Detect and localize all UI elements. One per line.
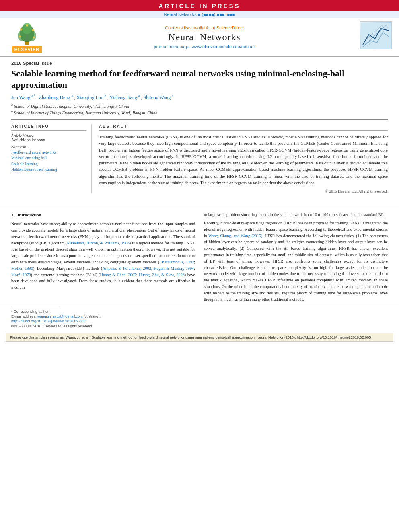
ref-ampazis[interactable]: Ampazis & Perantonis, 2002 bbox=[102, 266, 151, 271]
text-on: On bbox=[222, 284, 226, 289]
author-super-a1: a,* bbox=[31, 94, 35, 98]
footnote-corresponding-text: * Corresponding author. bbox=[11, 310, 49, 314]
left-column: 1. Introduction Neural networks have str… bbox=[11, 212, 195, 304]
abstract-header: ABSTRACT bbox=[99, 124, 388, 131]
journal-url-label: journal homepage: bbox=[154, 44, 191, 49]
journal-header: ELSEVIER Contents lists available at Sci… bbox=[0, 18, 399, 57]
article-title: Scalable learning method for feedforward… bbox=[11, 68, 388, 90]
aip-banner: ARTICLE IN PRESS bbox=[0, 0, 399, 11]
section-title: Introduction bbox=[17, 212, 41, 217]
footnote-email-link[interactable]: wangjun_sytu@hotmail.com bbox=[37, 314, 83, 318]
ref-rumelhart[interactable]: Rumelhart, Hinton, & Williams, 1986 bbox=[67, 241, 130, 245]
ref-moller[interactable]: Möller, 1990 bbox=[11, 266, 33, 271]
sciencedirect-link: Contents lists available at ScienceDirec… bbox=[165, 25, 244, 30]
author-super-a4: a bbox=[172, 94, 173, 98]
footnote-issn: 0893-6080/© 2016 Elsevier Ltd. All right… bbox=[11, 324, 388, 328]
keywords-label: Keywords: bbox=[11, 144, 86, 148]
ref-hagan[interactable]: Hagan & Menhaj, 1994 bbox=[154, 266, 194, 271]
intro-heading: 1. Introduction bbox=[11, 212, 195, 218]
journal-thumbnail bbox=[360, 21, 392, 49]
citation-bar: Please cite this article in press as: Wa… bbox=[6, 333, 393, 342]
footnote-doi-link[interactable]: http://dx.doi.org/10.1016/j.neunet.2016.… bbox=[11, 319, 85, 323]
keyword-1: Feedforward neural networks bbox=[11, 150, 86, 155]
page: ARTICLE IN PRESS Neural Networks ■ (■■■■… bbox=[0, 0, 399, 532]
footnote-doi: http://dx.doi.org/10.1016/j.neunet.2016.… bbox=[11, 319, 388, 323]
sciencedirect-label: Contents lists available at bbox=[165, 25, 215, 30]
affiliation-b: b School of Internet of Things Engineeri… bbox=[11, 109, 388, 115]
footnote-email: E-mail address: wangjun_sytu@hotmail.com… bbox=[11, 314, 388, 318]
keyword-4: Hidden feature space learning bbox=[11, 167, 86, 173]
abstract-text: Training feedforward neural networks (FN… bbox=[99, 134, 388, 186]
author-super-a3: a bbox=[138, 94, 140, 98]
footnote-email-label: E-mail address: bbox=[11, 314, 37, 318]
elsevier-label: ELSEVIER bbox=[12, 46, 42, 53]
history-value: Available online xxxx bbox=[11, 138, 86, 142]
ref-huang2007[interactable]: Huang & Chen, 2007 bbox=[100, 273, 136, 277]
article-info-header: ARTICLE INFO bbox=[11, 124, 86, 131]
authors-text: Jun Wang bbox=[11, 94, 30, 100]
author-deng: Zhaohong Deng bbox=[39, 94, 70, 100]
special-issue: 2016 Special Issue bbox=[11, 61, 388, 66]
author-jiang: Yizhang Jiang bbox=[110, 94, 137, 100]
body-columns: 1. Introduction Neural networks have str… bbox=[0, 212, 399, 304]
aip-text: ARTICLE IN PRESS bbox=[158, 2, 240, 9]
elsevier-tree-icon bbox=[13, 21, 41, 45]
footnote-rule bbox=[11, 308, 60, 308]
affil-b-super: b bbox=[11, 109, 13, 113]
copyright: © 2016 Elsevier Ltd. All rights reserved… bbox=[99, 189, 388, 193]
ref-more[interactable]: Moré, 1978 bbox=[11, 273, 31, 277]
svg-point-9 bbox=[33, 37, 35, 39]
article-history-row: Article history: Available online xxxx bbox=[11, 134, 86, 142]
ref-huang2006[interactable]: Huang, Zhu, & Siew, 2006 bbox=[139, 273, 185, 277]
article-content: 2016 Special Issue Scalable learning met… bbox=[0, 57, 399, 203]
right-para-1: to large scale problem since they can tr… bbox=[204, 212, 388, 218]
text-and: and bbox=[34, 273, 40, 277]
journal-url-link[interactable]: www.elsevier.com/locate/neunet bbox=[192, 44, 255, 49]
author-super-a2: a bbox=[71, 94, 73, 98]
article-info-abstract: ARTICLE INFO Article history: Available … bbox=[11, 119, 388, 193]
journal-name: Neural Networks bbox=[168, 32, 241, 43]
elsevier-logo: ELSEVIER bbox=[5, 21, 49, 53]
keyword-3: Scalable learning bbox=[11, 161, 86, 167]
authors-line: Jun Wang a,* , Zhaohong Deng a , Xiaoqin… bbox=[11, 94, 388, 101]
journal-url: journal homepage: www.elsevier.com/locat… bbox=[154, 44, 255, 49]
affiliation-a: a School of Digital Media, Jiangnan Univ… bbox=[11, 103, 388, 109]
keywords-row: Keywords: Feedforward neural networks Mi… bbox=[11, 144, 86, 173]
affiliations: a School of Digital Media, Jiangnan Univ… bbox=[11, 103, 388, 115]
right-para-2: Recently, hidden-feature-space ridge reg… bbox=[204, 220, 388, 303]
footnote-email-suffix: (J. Wang). bbox=[84, 314, 100, 318]
ref-charalambous[interactable]: Charalambous, 1992 bbox=[160, 260, 194, 264]
svg-point-8 bbox=[19, 36, 21, 38]
author-wang2: Shitong Wang bbox=[143, 94, 171, 100]
journal-center: Contents lists available at ScienceDirec… bbox=[53, 21, 356, 53]
affil-a-super: a bbox=[11, 103, 13, 107]
article-info-box: ARTICLE INFO Article history: Available … bbox=[11, 124, 92, 193]
aip-subtitle-text: Neural Networks ■ (■■■■) ■■■–■■■ bbox=[164, 12, 235, 17]
section-divider bbox=[0, 207, 399, 207]
footnote-area: * Corresponding author. E-mail address: … bbox=[0, 305, 399, 331]
svg-point-5 bbox=[20, 28, 22, 31]
keyword-2: Minimal enclosing ball bbox=[11, 155, 86, 161]
right-column: to large scale problem since they can tr… bbox=[204, 212, 388, 304]
aip-subtitle: Neural Networks ■ (■■■■) ■■■–■■■ bbox=[0, 11, 399, 18]
journal-cover-icon bbox=[361, 23, 391, 49]
sciencedirect-name[interactable]: ScienceDirect bbox=[216, 25, 244, 30]
author-super-b: b bbox=[105, 94, 106, 98]
section-number: 1. bbox=[11, 212, 14, 217]
svg-point-7 bbox=[26, 24, 28, 27]
author-luo: Xiaoqing Luo bbox=[76, 94, 103, 100]
abstract-section: ABSTRACT Training feedforward neural net… bbox=[99, 124, 388, 193]
footnote-corresponding: * Corresponding author. bbox=[11, 310, 388, 314]
history-label: Article history: bbox=[11, 134, 86, 138]
citation-text: Please cite this article in press as: Wa… bbox=[10, 335, 371, 339]
svg-point-6 bbox=[32, 29, 34, 31]
intro-left-para: Neural networks have strong ability to a… bbox=[11, 221, 195, 291]
ref-wang2015[interactable]: Wang, Chung, and Wang (2015) bbox=[208, 234, 262, 238]
